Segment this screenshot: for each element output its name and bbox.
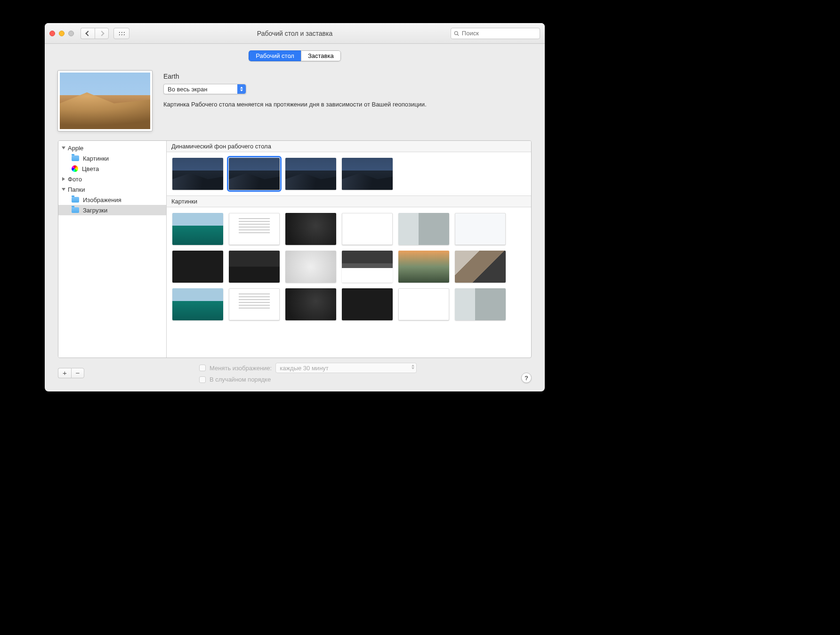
chevron-right-icon	[99, 31, 104, 36]
sidebar-item-pictures[interactable]: Картинки	[58, 153, 166, 163]
picture-thumb[interactable]	[285, 251, 336, 283]
change-picture-label: Менять изображение:	[210, 365, 272, 372]
chevron-left-icon	[85, 31, 90, 36]
picture-thumb[interactable]	[285, 213, 336, 245]
picture-thumb[interactable]	[285, 288, 336, 320]
remove-folder-button[interactable]: −	[71, 368, 84, 378]
change-options: Менять изображение: каждые 30 минут В сл…	[199, 363, 417, 383]
wallpaper-browser: Apple Картинки Цвета Фото Папки	[58, 140, 532, 358]
tab-bar: Рабочий стол Заставка	[45, 44, 545, 61]
traffic-lights	[49, 31, 74, 36]
sidebar-item-apple[interactable]: Apple	[58, 143, 166, 153]
nav-buttons	[81, 28, 109, 39]
color-wheel-icon	[72, 165, 78, 172]
sidebar-item-label: Папки	[68, 186, 85, 193]
section-pictures-header: Картинки	[167, 195, 531, 207]
show-all-button[interactable]	[113, 28, 129, 39]
change-interval-value: каждые 30 минут	[280, 365, 329, 372]
sidebar-item-downloads[interactable]: Загрузки	[58, 205, 166, 215]
dynamic-wallpaper-thumb[interactable]	[342, 158, 393, 190]
content-area: Earth Во весь экран Картинка Рабочего ст…	[45, 61, 545, 391]
picture-thumb[interactable]	[455, 251, 506, 283]
wallpaper-name: Earth	[163, 73, 532, 80]
sidebar-item-label: Цвета	[82, 165, 99, 172]
random-order-label: В случайном порядке	[210, 376, 271, 383]
picture-thumb[interactable]	[229, 213, 280, 245]
disclosure-triangle-icon[interactable]	[62, 177, 65, 181]
folder-icon	[72, 197, 79, 203]
dynamic-wallpaper-thumb[interactable]	[229, 158, 280, 190]
change-interval-select: каждые 30 минут	[275, 363, 417, 373]
sidebar-item-photo[interactable]: Фото	[58, 174, 166, 184]
random-order-checkbox	[199, 376, 206, 383]
sidebar-item-label: Фото	[68, 176, 82, 183]
wallpaper-gallery[interactable]: Динамический фон рабочего стола Картинки	[167, 141, 531, 358]
picture-thumb[interactable]	[398, 251, 449, 283]
sidebar-item-label: Картинки	[83, 155, 109, 162]
svg-line-1	[457, 34, 459, 36]
picture-thumb[interactable]	[229, 251, 280, 283]
disclosure-triangle-icon[interactable]	[62, 188, 65, 191]
sidebar-item-colors[interactable]: Цвета	[58, 163, 166, 174]
add-folder-button[interactable]: +	[58, 368, 71, 378]
preferences-window: Рабочий стол и заставка Рабочий стол Зас…	[45, 23, 545, 391]
picture-thumb[interactable]	[455, 288, 506, 320]
help-button[interactable]: ?	[521, 373, 532, 383]
bottom-controls: + − Менять изображение: каждые 30 минут …	[58, 358, 532, 383]
search-input[interactable]	[462, 30, 537, 37]
picture-thumb[interactable]	[229, 288, 280, 320]
picture-thumb[interactable]	[342, 288, 393, 320]
sidebar-item-images[interactable]: Изображения	[58, 195, 166, 205]
change-picture-checkbox[interactable]	[199, 365, 206, 371]
picture-thumb[interactable]	[398, 213, 449, 245]
forward-button	[95, 28, 109, 39]
picture-thumb[interactable]	[342, 251, 393, 283]
back-button[interactable]	[81, 28, 95, 39]
sidebar-item-label: Apple	[68, 145, 83, 152]
fill-mode-select[interactable]: Во весь экран	[163, 84, 246, 94]
search-icon	[454, 31, 459, 36]
select-arrows-icon	[237, 84, 246, 94]
wallpaper-description: Картинка Рабочего стола меняется на прот…	[163, 101, 532, 108]
picture-thumb[interactable]	[455, 213, 506, 245]
picture-thumb[interactable]	[398, 288, 449, 320]
picture-thumb[interactable]	[172, 213, 223, 245]
minimize-button[interactable]	[59, 31, 65, 36]
grid-icon	[118, 31, 125, 36]
picture-thumb[interactable]	[342, 213, 393, 245]
picture-thumb[interactable]	[172, 288, 223, 320]
add-remove-group: + −	[58, 368, 84, 378]
close-button[interactable]	[49, 31, 55, 36]
folder-icon	[72, 155, 79, 161]
select-arrows-icon	[412, 365, 414, 369]
source-sidebar: Apple Картинки Цвета Фото Папки	[58, 141, 167, 358]
dynamic-wallpaper-thumb[interactable]	[172, 158, 223, 190]
titlebar: Рабочий стол и заставка	[45, 23, 545, 44]
tab-screensaver[interactable]: Заставка	[301, 50, 341, 61]
sidebar-item-label: Загрузки	[83, 207, 107, 214]
folder-icon	[72, 207, 79, 213]
wallpaper-preview	[58, 71, 152, 131]
dynamic-wallpaper-thumb[interactable]	[285, 158, 336, 190]
section-dynamic-header: Динамический фон рабочего стола	[167, 141, 531, 152]
tab-desktop[interactable]: Рабочий стол	[249, 50, 301, 61]
picture-thumb[interactable]	[172, 251, 223, 283]
svg-point-0	[454, 31, 458, 34]
sidebar-item-label: Изображения	[83, 196, 121, 204]
disclosure-triangle-icon[interactable]	[62, 147, 65, 149]
sidebar-item-folders[interactable]: Папки	[58, 184, 166, 195]
current-wallpaper-row: Earth Во весь экран Картинка Рабочего ст…	[58, 71, 532, 131]
zoom-button	[68, 31, 74, 36]
fill-mode-value: Во весь экран	[168, 86, 207, 93]
search-field[interactable]	[451, 28, 540, 39]
